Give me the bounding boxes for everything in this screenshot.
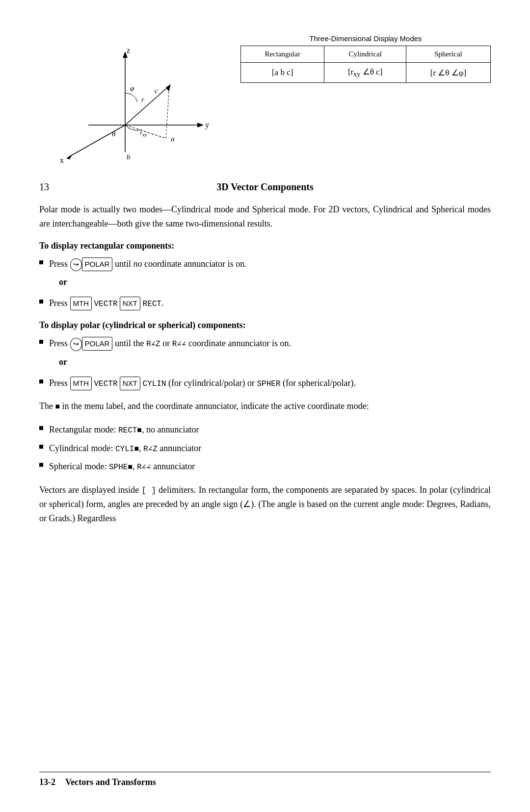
mth-key: MTH xyxy=(70,297,92,310)
bullet-list-2: Press ↪POLAR until the R∠Z or R∠∠ coordi… xyxy=(39,336,491,390)
page: z y x r c a xyxy=(0,0,530,812)
top-section: z y x r c a xyxy=(39,29,491,167)
mode-text-3: Spherical mode: SPHE■, R∠∠ annunciator xyxy=(49,459,491,474)
svg-text:φ: φ xyxy=(130,84,134,92)
paragraph-3: Vectors are displayed inside [ ] delimit… xyxy=(39,483,491,526)
paragraph-1: Polar mode is actually two modes—Cylindr… xyxy=(39,203,491,231)
svg-marker-10 xyxy=(166,84,171,92)
cell-cylindrical: [rxy ∠θ c] xyxy=(324,63,406,83)
rll-label: R∠∠ xyxy=(172,340,186,349)
rz-mode: R∠Z xyxy=(143,445,158,454)
bullet-icon xyxy=(39,340,43,344)
svg-marker-4 xyxy=(197,123,204,127)
svg-text:x: x xyxy=(60,156,64,164)
arrow-key: ↪ xyxy=(70,258,82,271)
mode-text-1: Rectangular mode: RECT■, no annunciator xyxy=(49,423,491,437)
polar-key-2: POLAR xyxy=(82,337,113,351)
cylin-label: CYLIN xyxy=(143,380,166,388)
bullet-text: Press ↪POLAR until no coordinate annunci… xyxy=(49,257,491,271)
diagram-area: z y x r c a xyxy=(39,29,221,167)
bullet-icon xyxy=(39,260,43,264)
list-item: Press ↪POLAR until no coordinate annunci… xyxy=(39,257,491,271)
svg-text:r: r xyxy=(141,96,144,103)
chapter-title: 3D Vector Components xyxy=(69,181,491,193)
list-item-or: or xyxy=(39,275,491,292)
cell-spherical: [r ∠θ ∠φ] xyxy=(406,63,490,83)
svg-text:a: a xyxy=(171,135,175,143)
svg-line-6 xyxy=(69,125,125,157)
rll-mode: R∠∠ xyxy=(137,463,151,472)
cyli-mode: CYLI■ xyxy=(115,445,139,454)
table-title: Three-Dimensional Display Modes xyxy=(240,34,491,43)
nxt-key-2: NXT xyxy=(120,377,140,390)
mode-item-2: Cylindrical mode: CYLI■, R∠Z annunciator xyxy=(39,441,491,456)
svg-text:z: z xyxy=(127,46,130,54)
sphe-mode: SPHE■ xyxy=(109,463,132,472)
mode-item-1: Rectangular mode: RECT■, no annunciator xyxy=(39,423,491,437)
svg-line-17 xyxy=(166,86,169,138)
col-header-spherical: Spherical xyxy=(406,46,490,63)
svg-marker-7 xyxy=(66,154,72,159)
spher-label: SPHER xyxy=(257,380,280,388)
or-text-2: or xyxy=(59,355,491,369)
rect-label: RECT xyxy=(143,300,161,308)
rz-label: R∠Z xyxy=(146,340,160,349)
svg-text:y: y xyxy=(205,121,209,129)
mode-list: Rectangular mode: RECT■, no annunciator … xyxy=(39,423,491,474)
vectr-label-2: VECTR xyxy=(94,380,118,388)
bullet-icon xyxy=(39,300,43,304)
mode-item-3: Spherical mode: SPHE■, R∠∠ annunciator xyxy=(39,459,491,474)
svg-text:θ: θ xyxy=(112,130,116,138)
chapter-header: 13 3D Vector Components xyxy=(39,181,491,193)
section-heading-1: To display rectangular components: xyxy=(39,241,491,251)
bullet-icon xyxy=(39,426,43,430)
or-label: or xyxy=(49,275,491,292)
svg-text:rxy: rxy xyxy=(140,129,147,137)
display-table: Rectangular Cylindrical Spherical [a b c… xyxy=(240,46,491,83)
list-item-2: Press MTH VECTR NXT RECT. xyxy=(39,296,491,311)
svg-text:b: b xyxy=(127,153,131,161)
col-header-rectangular: Rectangular xyxy=(241,46,324,63)
section-heading-2: To display polar (cylindrical or spheric… xyxy=(39,320,491,330)
mode-text-2: Cylindrical mode: CYLI■, R∠Z annunciator xyxy=(49,441,491,456)
bullet-list-1: Press ↪POLAR until no coordinate annunci… xyxy=(39,257,491,311)
or-text: or xyxy=(59,275,491,289)
col-header-cylindrical: Cylindrical xyxy=(324,46,406,63)
vectr-label: VECTR xyxy=(94,300,118,308)
cell-rectangular: [a b c] xyxy=(241,63,324,83)
svg-text:c: c xyxy=(155,87,158,95)
page-number: 13 xyxy=(39,181,69,193)
paragraph-2: The ■ in the menu label, and the coordin… xyxy=(39,399,491,414)
bracket-label: [ ] xyxy=(142,486,156,495)
mth-key-2: MTH xyxy=(70,377,92,390)
bullet-text-3: Press ↪POLAR until the R∠Z or R∠∠ coordi… xyxy=(49,336,491,351)
footer-title: Vectors and Transforms xyxy=(65,777,156,787)
main-content: Polar mode is actually two modes—Cylindr… xyxy=(39,203,491,526)
bullet-icon xyxy=(39,463,43,467)
or-label-2: or xyxy=(49,355,491,372)
bullet-icon xyxy=(39,380,43,383)
table-area: Three-Dimensional Display Modes Rectangu… xyxy=(240,29,491,83)
footer-section: 13-2 xyxy=(39,777,55,787)
bullet-icon xyxy=(39,445,43,449)
arrow-key-2: ↪ xyxy=(70,338,82,351)
vector-diagram: z y x r c a xyxy=(39,29,221,167)
bullet-text-2: Press MTH VECTR NXT RECT. xyxy=(49,296,491,311)
list-item-or2: or xyxy=(39,355,491,372)
rect-mode: RECT■ xyxy=(118,426,142,435)
list-item-3: Press ↪POLAR until the R∠Z or R∠∠ coordi… xyxy=(39,336,491,351)
footer: 13-2 Vectors and Transforms xyxy=(39,772,491,787)
polar-key: POLAR xyxy=(82,257,113,271)
bullet-text-4: Press MTH VECTR NXT CYLIN (for cylindric… xyxy=(49,376,491,391)
nxt-key: NXT xyxy=(120,297,140,310)
list-item-4: Press MTH VECTR NXT CYLIN (for cylindric… xyxy=(39,376,491,391)
indicator-square: ■ xyxy=(55,403,60,411)
